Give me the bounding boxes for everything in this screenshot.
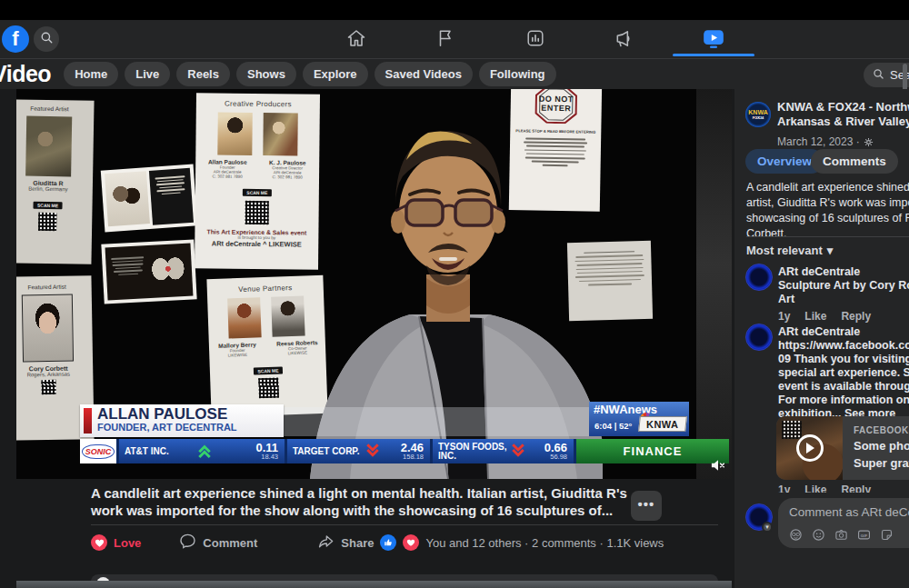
commenter-name[interactable]: ARt deCentrale: [778, 325, 860, 338]
sticker-icon[interactable]: [880, 528, 894, 542]
comment-input[interactable]: Comment as ARt deCentrale: [778, 498, 909, 548]
video-nav-shows[interactable]: Shows: [236, 62, 296, 86]
comment-text-line: 09 Thank you for visiting with: [778, 353, 909, 365]
commenter-name[interactable]: ARt deCentrale: [778, 265, 860, 278]
ticker-price: 18.43: [214, 453, 278, 461]
page-title-line1[interactable]: KNWA & FOX24 - Northwest: [777, 100, 909, 114]
poster-heading: Featured Artist: [16, 105, 94, 113]
link-title-line2: Super grateful for: [854, 456, 909, 470]
next-post-content: [16, 581, 732, 588]
more-options-button[interactable]: •••: [631, 491, 662, 521]
wall-light-strip: [696, 89, 732, 479]
scan-me-tag: SCAN ME: [34, 202, 62, 210]
partner-org: LIKEWISE: [214, 352, 261, 358]
share-label: Share: [341, 536, 374, 550]
pages-tab[interactable]: [434, 28, 457, 52]
artwork-image: [149, 251, 187, 291]
video-details-sidebar: KNWAFOX24 KNWA & FOX24 - Northwest Arkan…: [734, 89, 909, 588]
main-content: Featured Artist Giuditta R Berlin, Germa…: [0, 89, 909, 588]
comment-icon: [179, 533, 196, 553]
play-icon: [796, 434, 824, 462]
love-reaction-icon: [403, 534, 419, 551]
video-nav-reels[interactable]: Reels: [176, 62, 230, 86]
description-line: showcasing of 16 sculptures of Rogers ar…: [746, 212, 909, 224]
post-date: March 12, 2023 ·: [777, 135, 874, 148]
gif-icon[interactable]: GIF: [857, 528, 871, 542]
ticker-symbol: AT&T INC.: [125, 447, 195, 456]
link-title-line1: Some photos from: [854, 439, 909, 453]
love-label: Love: [114, 536, 141, 550]
comment-button[interactable]: Comment: [179, 533, 257, 553]
ticker-change: 0.11: [214, 443, 278, 453]
page-title-line2[interactable]: Arkansas & River Valley News: [777, 115, 909, 128]
comment-text-line: https://www.facebook.com/eve: [778, 339, 909, 352]
knwa-logo: KNWA: [638, 416, 687, 432]
poster-heading: Featured Artist: [16, 283, 92, 291]
producer-phone: C: 302 981 7890: [204, 174, 251, 179]
love-reaction-icon: [91, 534, 107, 551]
active-tab-underline: [673, 54, 754, 56]
home-tab[interactable]: [345, 28, 368, 52]
comment-label: Comment: [203, 536, 257, 550]
shared-link-card[interactable]: FACEBOOK Some photos from Super grateful…: [776, 416, 909, 480]
ticker-item: AT&T INC. 0.11 18.43: [119, 439, 287, 463]
comment-text-line: Sculpture Art by Cory Rose: [778, 279, 909, 292]
like-reaction-icon: [380, 534, 396, 551]
up-arrow-icon: [197, 443, 212, 459]
emoji-icon[interactable]: [812, 528, 825, 542]
page-avatar[interactable]: KNWAFOX24: [745, 102, 771, 127]
hashtag: #NWAnews: [594, 403, 657, 416]
sort-label: Most relevant: [746, 244, 823, 257]
station-bug: #NWAnews 6:04 | 52° KNWA: [589, 402, 689, 436]
partner-photo-left: [227, 297, 262, 338]
video-nav-live[interactable]: Live: [125, 62, 170, 86]
commenter-avatar[interactable]: [745, 264, 773, 291]
scan-me-tag: SCAN ME: [243, 189, 271, 196]
search-button[interactable]: [34, 26, 59, 52]
reply-link[interactable]: Reply: [841, 310, 871, 323]
producer-photo-right: [263, 113, 297, 155]
share-button[interactable]: Share: [317, 533, 374, 553]
interviewee-allan-paulose: [294, 96, 603, 479]
tab-comments[interactable]: Comments: [811, 149, 898, 174]
comment-placeholder: Comment as ARt deCentrale: [789, 505, 909, 519]
megaphone-icon: [614, 28, 634, 53]
commenter-avatar[interactable]: [745, 324, 773, 351]
video-nav-home[interactable]: Home: [64, 62, 118, 86]
comment-actions: 1y Like Reply: [778, 310, 871, 323]
switch-identity-chevron-icon[interactable]: ▾: [762, 522, 773, 533]
camera-icon[interactable]: [834, 528, 848, 542]
comment-text-line: event is available through the link: [778, 380, 909, 393]
video-player[interactable]: Featured Artist Giuditta R Berlin, Germa…: [16, 89, 732, 479]
watch-tab-active[interactable]: [702, 28, 725, 52]
home-icon: [345, 27, 367, 53]
comment-sort-selector[interactable]: Most relevant ▾: [746, 244, 833, 257]
video-nav-following[interactable]: Following: [479, 62, 556, 86]
video-nav-saved-videos[interactable]: Saved Videos: [375, 62, 473, 86]
description-line: artist, Giuditta R's work was imported f…: [746, 196, 909, 209]
qr-code: [38, 213, 56, 231]
post-caption-line2: work was imported for the show along wit…: [91, 503, 613, 518]
avatar-sticker-icon[interactable]: [789, 528, 803, 542]
post-stats[interactable]: You and 12 others · 2 comments · 1.1K vi…: [374, 534, 664, 551]
announcements-tab[interactable]: [612, 28, 635, 52]
stats-text: You and 12 others · 2 comments · 1.1K vi…: [425, 536, 664, 550]
speaker-title: FOUNDER, ART DECENTRAL: [97, 422, 237, 433]
video-nav-explore[interactable]: Explore: [303, 62, 368, 86]
flag-icon: [435, 28, 455, 52]
framed-photo: [105, 171, 150, 226]
like-link[interactable]: Like: [804, 310, 826, 323]
mute-speaker-icon[interactable]: [710, 458, 726, 473]
insights-tab[interactable]: [524, 28, 547, 52]
nbc-peacock-icon: [640, 413, 653, 420]
qr-code: [41, 380, 55, 394]
link-source: FACEBOOK: [854, 425, 909, 435]
video-brand-title: Video: [0, 61, 51, 87]
artist-location: Rogers, Arkansas: [16, 371, 93, 378]
featured-artist-poster-1: Featured Artist Giuditta R Berlin, Germa…: [16, 99, 95, 264]
facebook-logo[interactable]: f: [2, 25, 29, 53]
divider: [91, 524, 718, 525]
love-button[interactable]: Love: [91, 534, 141, 551]
post-caption-line1: A candlelit art experience shined a ligh…: [91, 485, 627, 501]
share-icon: [317, 533, 335, 553]
